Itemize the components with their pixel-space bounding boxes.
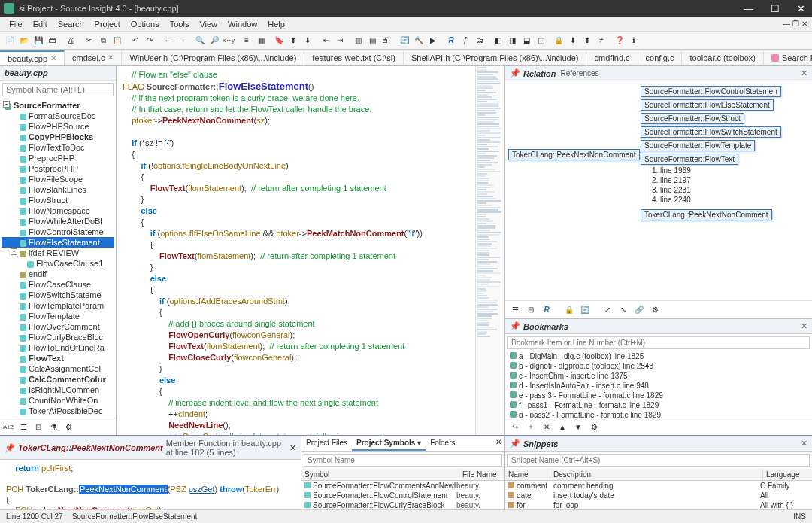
tree-node[interactable]: FlowControlStateme	[2, 227, 114, 237]
bm-next-icon[interactable]: ▼	[571, 420, 585, 433]
tree-node[interactable]: FlowStruct	[2, 195, 114, 205]
col-name[interactable]: Name	[505, 469, 550, 480]
sort-az-icon[interactable]: A↕Z	[2, 420, 15, 433]
menu-search[interactable]: Search	[53, 18, 89, 30]
menu-edit[interactable]: Edit	[29, 18, 52, 30]
menu-help[interactable]: Help	[263, 18, 289, 30]
document-tab[interactable]: cmdfind.c	[586, 51, 638, 65]
save-all-icon[interactable]: 🗃	[46, 34, 59, 47]
list-view-icon[interactable]: ☰	[17, 420, 30, 433]
document-tab[interactable]: Search Results	[764, 51, 812, 65]
rel-link-icon[interactable]: 🔗	[632, 303, 646, 316]
bookmark-item[interactable]: a - DlgMain - dlg.c (toolbox) line 1825	[505, 351, 812, 361]
panel-close-icon[interactable]: ✕	[289, 443, 296, 453]
col-filename[interactable]: File Name	[459, 469, 504, 480]
menu-project[interactable]: Project	[90, 18, 125, 30]
checkin-icon[interactable]: ⬆	[580, 34, 594, 47]
tree-node[interactable]: FlowTemplate	[2, 311, 114, 321]
new-file-icon[interactable]: 📄	[3, 34, 17, 47]
pin-icon[interactable]: 📌	[510, 68, 520, 78]
rel-list-icon[interactable]: ☰	[508, 303, 522, 316]
tile-h-icon[interactable]: ▥	[351, 34, 365, 47]
sync-icon[interactable]: 🔄	[398, 34, 411, 47]
col-desc[interactable]: Description	[550, 469, 763, 480]
bookmark-item[interactable]: b - dlgnoti - dlgprop.c (toolbox) line 2…	[505, 361, 812, 371]
tree-node[interactable]: FlowCaseClause1	[2, 258, 114, 269]
diff-icon[interactable]: ≠	[595, 34, 608, 47]
project-symbol-row[interactable]: SourceFormatter::FlowControlStatementbea…	[301, 491, 504, 500]
tree-node[interactable]: CountNonWhiteOn	[2, 395, 114, 406]
layout-icon[interactable]: ▦	[254, 34, 268, 47]
snippet-row[interactable]: dateinsert today's dateAll	[505, 491, 812, 500]
rel-lock-icon[interactable]: 🔒	[562, 303, 576, 316]
relation-node[interactable]: SourceFormatter::FlowSwitchStatement	[641, 126, 781, 138]
filter-icon[interactable]: ⚗	[47, 420, 60, 433]
bookmark-item[interactable]: d - InsertIsInAutoPair - insert.c line 9…	[505, 381, 812, 391]
snippet-row[interactable]: forfor loopAll with { }	[505, 500, 812, 509]
rel-expand-icon[interactable]: ⤢	[601, 303, 614, 316]
relation-line-ref[interactable]: 3. line 2231	[652, 185, 691, 195]
tree-node[interactable]: FlowSwitchStateme	[2, 290, 114, 300]
tree-node[interactable]: PreprocPHP	[2, 153, 114, 163]
menu-tools[interactable]: Tools	[165, 18, 194, 30]
project-icon[interactable]: 🗂	[473, 34, 486, 47]
relation-node[interactable]: SourceFormatter::FlowElseStatement	[641, 99, 774, 111]
tree-node[interactable]: -SourceFormatter	[2, 100, 114, 111]
bookmark-item[interactable]: g - pass2 - FormatLine - format.c line 1…	[505, 410, 812, 418]
relation-icon[interactable]: R	[444, 34, 458, 47]
tile-v-icon[interactable]: ▤	[365, 34, 379, 47]
tree-node[interactable]: PostprocPHP	[2, 163, 114, 174]
col-symbol[interactable]: Symbol	[301, 469, 459, 480]
tree-node[interactable]: FlowFileScope	[2, 174, 114, 184]
checkout-icon[interactable]: ⬇	[566, 34, 580, 47]
tree-node[interactable]: FormatSourceDoc	[2, 111, 114, 121]
menu-options[interactable]: Options	[126, 18, 164, 30]
relation-node[interactable]: SourceFormatter::FlowTemplate	[641, 140, 755, 151]
document-tab[interactable]: beauty.cpp✕	[0, 50, 65, 65]
code-editor[interactable]: // Flow an "else" clause FLAG SourceForm…	[117, 66, 475, 435]
document-tab[interactable]: ShellAPI.h (C:\Program Files (x86)\...\i…	[404, 51, 587, 65]
panel-close-icon[interactable]: ✕	[801, 321, 807, 331]
tree-node[interactable]: CalcCommentColur	[2, 374, 114, 385]
tab-close-icon[interactable]: ✕	[108, 53, 114, 62]
bookmark-item[interactable]: c - InsertChm - insert.c line 1375	[505, 371, 812, 381]
save-icon[interactable]: 💾	[32, 34, 45, 47]
document-tab[interactable]: WinUser.h (C:\Program Files (x86)\...\in…	[122, 51, 304, 65]
run-icon[interactable]: ▶	[426, 34, 440, 47]
snippet-row[interactable]: commentcomment headingC Family	[505, 481, 812, 491]
context-code[interactable]: return pchFirst; PCH TokerCLang::PeekNex…	[0, 460, 301, 509]
about-icon[interactable]: ℹ	[627, 34, 641, 47]
menu-window[interactable]: Window	[223, 18, 262, 30]
close-button[interactable]: ✕	[794, 3, 808, 14]
bm-goto-icon[interactable]: ↪	[508, 420, 522, 433]
pin-icon[interactable]: 📌	[510, 439, 520, 449]
document-tab[interactable]: toolbar.c (toolbox)	[682, 51, 763, 65]
pin-icon[interactable]: 📌	[5, 443, 15, 453]
bookmarks-list[interactable]: a - DlgMain - dlg.c (toolbox) line 1825b…	[505, 351, 812, 418]
print-icon[interactable]: 🖨	[64, 34, 77, 47]
bookmark-search-input[interactable]	[508, 336, 810, 349]
panel-close-icon[interactable]: ✕	[801, 68, 807, 78]
panel-toggle-4-icon[interactable]: ◫	[534, 34, 547, 47]
relation-line-ref[interactable]: 4. line 2240	[652, 195, 691, 205]
project-tab[interactable]: Project Symbols ▾	[352, 436, 426, 451]
outdent-icon[interactable]: ⇤	[319, 34, 332, 47]
symbol-search-input[interactable]	[2, 83, 114, 96]
relation-center-node[interactable]: TokerCLang::PeekNextNonComment	[508, 149, 640, 160]
bm-gear-icon[interactable]: ⚙	[587, 420, 601, 433]
panel-toggle-3-icon[interactable]: ⬓	[520, 34, 533, 47]
maximize-button[interactable]: ☐	[768, 3, 783, 14]
redo-icon[interactable]: ↷	[143, 34, 156, 47]
bm-add-icon[interactable]: ＋	[524, 420, 538, 433]
pin-icon[interactable]: 📌	[510, 321, 520, 331]
twisty-icon[interactable]: -	[3, 101, 10, 108]
document-tab[interactable]: features-web.txt (C:\si)	[304, 51, 404, 65]
bookmark-prev-icon[interactable]: ⬆	[286, 34, 300, 47]
bm-del-icon[interactable]: ✕	[540, 420, 553, 433]
doc-minimize-button[interactable]: —	[783, 20, 790, 28]
tree-node[interactable]: CopyPHPBlocks	[2, 132, 114, 142]
symbol-tree[interactable]: -SourceFormatterFormatSourceDocFlowPHPSo…	[0, 99, 116, 418]
nav-back-icon[interactable]: ←	[161, 34, 174, 47]
document-tab[interactable]: cmdsel.c✕	[65, 51, 122, 65]
rel-collapse-icon[interactable]: ⤡	[617, 303, 630, 316]
